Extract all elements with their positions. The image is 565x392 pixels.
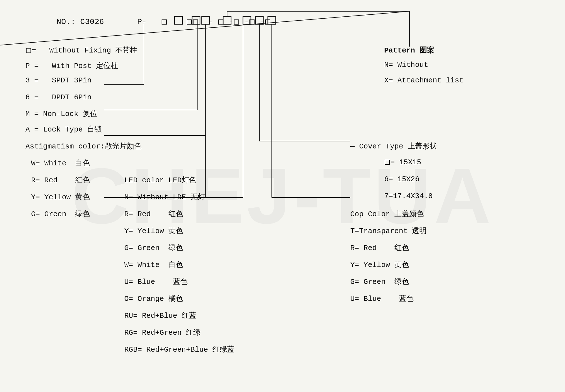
label-led-blue: U= Blue 蓝色: [124, 277, 188, 286]
label-spdt: 3 = SPDT 3Pin: [25, 76, 92, 85]
label-cover-15x15: = 15X15: [384, 158, 421, 167]
svg-line-24: [0, 11, 410, 45]
label-led-orange: O= Orange 橘色: [124, 294, 183, 303]
label-cop-transparent: T=Transparent 透明: [350, 226, 427, 236]
label-white: W= White 白色: [31, 158, 90, 168]
label-led-red-blue: RU= Red+Blue 红蓝: [124, 310, 196, 320]
label-non-lock: M = Non-Lock 复位: [25, 109, 97, 119]
label-red: R= Red 红色: [31, 175, 90, 185]
label-led-white: W= White 白色: [124, 260, 183, 270]
label-yellow: Y= Yellow 黄色: [31, 192, 90, 202]
label-led-yellow: Y= Yellow 黄色: [124, 226, 183, 236]
label-pattern-title: Pattern 图案: [384, 45, 434, 55]
label-cop-blue: U= Blue 蓝色: [350, 294, 414, 303]
label-no-fixing: = Without Fixing 不带柱: [25, 45, 137, 55]
label-led-red-green: RG= Red+Green 红绿: [124, 327, 201, 337]
content: NO.: C3026 P- - - - - = Without Fixing 不…: [0, 0, 565, 392]
label-cop-color-title: Cop Color 上盖颜色: [350, 209, 424, 219]
label-pattern-without: N= Without: [384, 61, 428, 69]
label-dpdt: 6 = DPDT 6Pin: [25, 93, 92, 102]
part-number: NO.: C3026 P- - - - -: [56, 17, 271, 26]
label-green: G= Green 绿色: [31, 209, 90, 219]
label-led-rgb: RGB= Red+Green+Blue 红绿蓝: [124, 344, 234, 354]
label-astigmatism: Astigmatism color:散光片颜色: [25, 141, 142, 151]
label-cop-green: G= Green 绿色: [350, 277, 409, 286]
label-lock-type: A = Lock Type 自锁: [25, 124, 102, 134]
label-led-red: R= Red 红色: [124, 209, 183, 219]
label-pattern-attachment: X= Attachment list: [384, 76, 464, 85]
label-led-color-title: LED color LED灯色: [124, 175, 196, 185]
label-cover-type-title: — Cover Type 上盖形状: [350, 141, 437, 151]
label-no-led: N= Without LDE 无灯: [124, 192, 205, 202]
label-cop-yellow: Y= Yellow 黄色: [350, 260, 409, 270]
label-led-green: G= Green 绿色: [124, 243, 183, 253]
label-cover-15x26: 6= 15X26: [384, 175, 420, 183]
label-cover-7: 7=17.4X34.8: [384, 192, 433, 200]
label-with-post: P = With Post 定位柱: [25, 61, 118, 71]
label-cop-red: R= Red 红色: [350, 243, 409, 253]
